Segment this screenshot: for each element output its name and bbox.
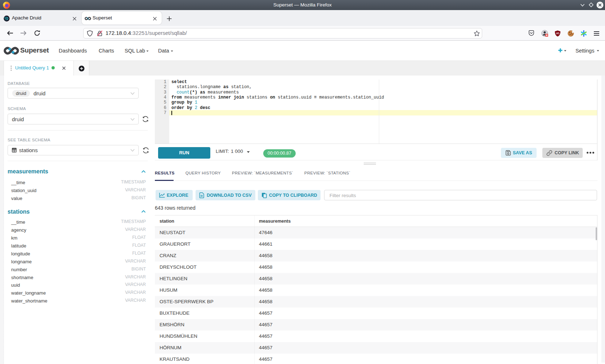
svg-text:UO: UO <box>556 32 560 35</box>
